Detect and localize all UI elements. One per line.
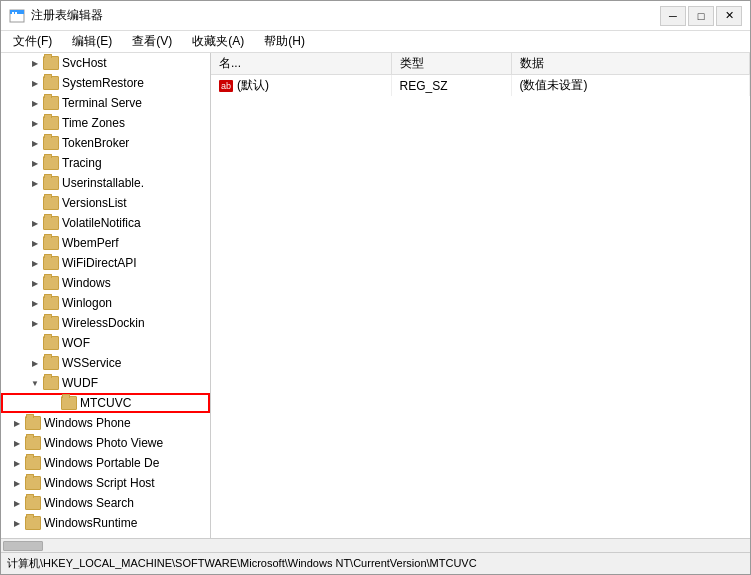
app-icon: [9, 8, 25, 24]
tree-arrow-icon[interactable]: ▶: [27, 319, 43, 328]
tree-item-label: WSService: [62, 356, 121, 370]
tree-item[interactable]: ▶Windows Search: [1, 493, 210, 513]
tree-item-label: WiFiDirectAPI: [62, 256, 137, 270]
minimize-button[interactable]: ─: [660, 6, 686, 26]
tree-arrow-icon[interactable]: ▶: [27, 279, 43, 288]
tree-item[interactable]: ▶Winlogon: [1, 293, 210, 313]
col-header-type[interactable]: 类型: [391, 53, 511, 75]
scrollbar-thumb[interactable]: [3, 541, 43, 551]
status-bar: 计算机\HKEY_LOCAL_MACHINE\SOFTWARE\Microsof…: [1, 552, 750, 574]
tree-item[interactable]: ▶Tracing: [1, 153, 210, 173]
tree-arrow-icon[interactable]: ▶: [27, 179, 43, 188]
reg-type-icon: ab: [219, 80, 233, 92]
menu-help[interactable]: 帮助(H): [256, 31, 313, 52]
tree-item[interactable]: ▼WUDF: [1, 373, 210, 393]
title-left: 注册表编辑器: [9, 7, 103, 24]
window-title: 注册表编辑器: [31, 7, 103, 24]
tree-arrow-icon[interactable]: ▶: [27, 299, 43, 308]
values-table: 名... 类型 数据 ab(默认)REG_SZ(数值未设置): [211, 53, 750, 96]
tree-arrow-icon[interactable]: ▶: [27, 239, 43, 248]
tree-item[interactable]: ▶Windows Phone: [1, 413, 210, 433]
folder-icon: [43, 196, 59, 210]
tree-item[interactable]: ▶SvcHost: [1, 53, 210, 73]
tree-item-label: TokenBroker: [62, 136, 129, 150]
col-header-name[interactable]: 名...: [211, 53, 391, 75]
tree-arrow-icon[interactable]: ▶: [27, 259, 43, 268]
folder-icon: [25, 456, 41, 470]
folder-icon: [43, 156, 59, 170]
tree-item[interactable]: ▶Terminal Serve: [1, 93, 210, 113]
tree-arrow-icon[interactable]: ▶: [9, 459, 25, 468]
tree-arrow-icon[interactable]: ▶: [27, 79, 43, 88]
tree-item[interactable]: ▶Windows Script Host: [1, 473, 210, 493]
folder-icon: [43, 176, 59, 190]
tree-item[interactable]: WOF: [1, 333, 210, 353]
table-row[interactable]: ab(默认)REG_SZ(数值未设置): [211, 75, 750, 97]
tree-item-label: Windows Phone: [44, 416, 131, 430]
horizontal-scrollbar[interactable]: [1, 538, 750, 552]
tree-item[interactable]: ▶Windows Portable De: [1, 453, 210, 473]
svg-rect-2: [12, 12, 14, 14]
tree-item[interactable]: ▶Userinstallable.: [1, 173, 210, 193]
title-buttons: ─ □ ✕: [660, 6, 742, 26]
tree-arrow-icon[interactable]: ▶: [9, 479, 25, 488]
tree-item[interactable]: VersionsList: [1, 193, 210, 213]
tree-item-label: Windows Portable De: [44, 456, 159, 470]
tree-arrow-icon[interactable]: ▶: [9, 499, 25, 508]
folder-icon: [25, 436, 41, 450]
folder-icon: [25, 496, 41, 510]
tree-item[interactable]: ▶VolatileNotifica: [1, 213, 210, 233]
folder-icon: [43, 216, 59, 230]
tree-item[interactable]: MTCUVC: [1, 393, 210, 413]
tree-item-label: SvcHost: [62, 56, 107, 70]
tree-arrow-icon[interactable]: ▶: [9, 519, 25, 528]
folder-icon: [61, 396, 77, 410]
tree-item-label: Terminal Serve: [62, 96, 142, 110]
folder-icon: [43, 376, 59, 390]
tree-item-label: SystemRestore: [62, 76, 144, 90]
tree-arrow-icon[interactable]: ▶: [27, 59, 43, 68]
menu-favorites[interactable]: 收藏夹(A): [184, 31, 252, 52]
folder-icon: [43, 136, 59, 150]
tree-arrow-icon[interactable]: ▶: [9, 419, 25, 428]
tree-item[interactable]: ▶WindowsRuntime: [1, 513, 210, 533]
tree-item-label: Windows Script Host: [44, 476, 155, 490]
menu-edit[interactable]: 编辑(E): [64, 31, 120, 52]
registry-tree[interactable]: ▶SvcHost▶SystemRestore▶Terminal Serve▶Ti…: [1, 53, 211, 538]
folder-icon: [43, 276, 59, 290]
folder-icon: [43, 56, 59, 70]
tree-item[interactable]: ▶SystemRestore: [1, 73, 210, 93]
tree-item-label: VersionsList: [62, 196, 127, 210]
tree-arrow-icon[interactable]: ▶: [27, 99, 43, 108]
tree-arrow-icon[interactable]: ▼: [27, 379, 43, 388]
folder-icon: [25, 416, 41, 430]
tree-item[interactable]: ▶Windows Photo Viewe: [1, 433, 210, 453]
tree-item[interactable]: ▶Time Zones: [1, 113, 210, 133]
tree-arrow-icon[interactable]: ▶: [27, 159, 43, 168]
folder-icon: [43, 356, 59, 370]
svg-rect-3: [15, 12, 17, 14]
tree-item-label: WbemPerf: [62, 236, 119, 250]
tree-arrow-icon[interactable]: ▶: [9, 439, 25, 448]
reg-type: REG_SZ: [391, 75, 511, 97]
tree-arrow-icon[interactable]: ▶: [27, 139, 43, 148]
tree-arrow-icon[interactable]: ▶: [27, 359, 43, 368]
tree-item[interactable]: ▶WbemPerf: [1, 233, 210, 253]
menu-file[interactable]: 文件(F): [5, 31, 60, 52]
col-header-data[interactable]: 数据: [511, 53, 750, 75]
tree-arrow-icon[interactable]: ▶: [27, 219, 43, 228]
tree-item[interactable]: ▶WirelessDockin: [1, 313, 210, 333]
menu-view[interactable]: 查看(V): [124, 31, 180, 52]
folder-icon: [43, 96, 59, 110]
tree-item[interactable]: ▶TokenBroker: [1, 133, 210, 153]
tree-item-label: MTCUVC: [80, 396, 131, 410]
maximize-button[interactable]: □: [688, 6, 714, 26]
tree-item-label: WUDF: [62, 376, 98, 390]
folder-icon: [43, 296, 59, 310]
close-button[interactable]: ✕: [716, 6, 742, 26]
tree-item[interactable]: ▶Windows: [1, 273, 210, 293]
tree-arrow-icon[interactable]: ▶: [27, 119, 43, 128]
title-bar: 注册表编辑器 ─ □ ✕: [1, 1, 750, 31]
tree-item[interactable]: ▶WSService: [1, 353, 210, 373]
tree-item[interactable]: ▶WiFiDirectAPI: [1, 253, 210, 273]
